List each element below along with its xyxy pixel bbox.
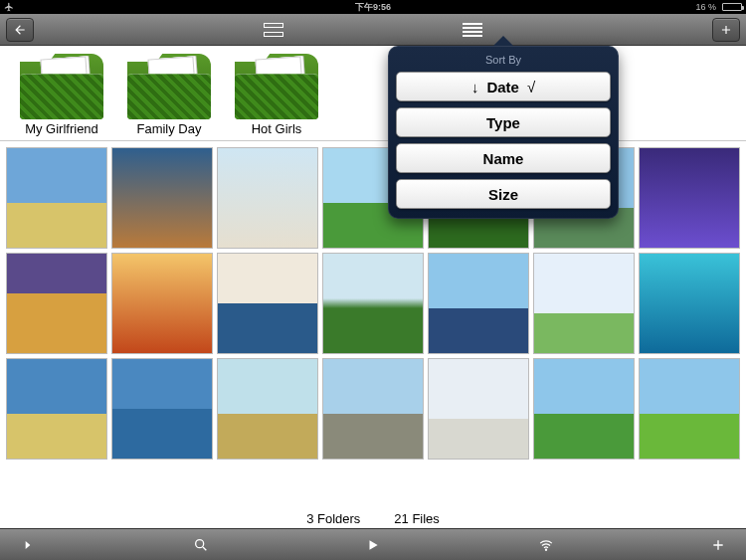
sort-option-name[interactable]: Name — [396, 143, 611, 173]
sort-option-label: Name — [483, 150, 524, 167]
folder-label: Hot Girls — [235, 121, 318, 136]
folder-icon — [127, 54, 211, 119]
checkmark-icon: √ — [527, 79, 535, 95]
thumbnail[interactable] — [6, 358, 107, 460]
sort-option-label: Size — [488, 186, 518, 203]
footer-counts: 3 Folders 21 Files — [0, 508, 746, 528]
sort-popover-title: Sort By — [396, 54, 611, 66]
thumbnail[interactable] — [639, 253, 740, 354]
plus-button[interactable] — [706, 537, 730, 553]
sort-option-date[interactable]: ↓Date√ — [396, 72, 611, 101]
thumbnail[interactable] — [428, 253, 529, 354]
view-grid-button[interactable] — [264, 23, 283, 37]
thumbnail[interactable] — [111, 358, 213, 460]
svg-point-0 — [195, 539, 203, 547]
thumbnail[interactable] — [217, 358, 318, 460]
thumbnail[interactable] — [639, 358, 740, 460]
thumbnail[interactable] — [639, 147, 740, 249]
airplane-mode-icon — [4, 2, 14, 12]
files-count: 21 Files — [394, 511, 440, 526]
thumbnail[interactable] — [6, 147, 107, 249]
battery-icon — [722, 3, 742, 11]
list-icon — [463, 23, 482, 37]
battery-percent: 16 % — [695, 2, 716, 12]
back-button[interactable] — [6, 18, 34, 42]
top-toolbar — [0, 14, 746, 46]
sort-option-size[interactable]: Size — [396, 179, 611, 209]
content-area: My GirlfriendFamily DayHot Girls — [0, 46, 746, 508]
folder-item[interactable]: Hot Girls — [235, 54, 318, 136]
thumbnail[interactable] — [217, 253, 318, 354]
thumbnail[interactable] — [322, 253, 424, 354]
folders-row: My GirlfriendFamily DayHot Girls — [0, 46, 746, 141]
search-button[interactable] — [189, 537, 213, 553]
status-time: 下午9:56 — [355, 1, 391, 14]
forward-button[interactable] — [16, 538, 40, 552]
sort-direction-icon: ↓ — [471, 79, 479, 95]
bottom-toolbar — [0, 528, 746, 560]
sort-popover: Sort By ↓Date√TypeNameSize — [388, 46, 619, 219]
thumbnail[interactable] — [217, 147, 318, 249]
status-bar: 下午9:56 16 % — [0, 0, 746, 14]
thumbnail[interactable] — [111, 147, 213, 249]
thumbnail[interactable] — [322, 358, 424, 460]
sort-option-type[interactable]: Type — [396, 107, 611, 137]
thumbnail[interactable] — [428, 358, 529, 460]
folders-count: 3 Folders — [306, 511, 360, 526]
view-list-button[interactable] — [463, 23, 482, 37]
folder-item[interactable]: Family Day — [127, 54, 211, 136]
folder-label: Family Day — [127, 121, 211, 136]
thumbnails-grid — [0, 141, 746, 460]
svg-point-1 — [545, 549, 546, 550]
folder-icon — [20, 54, 103, 119]
wifi-button[interactable] — [534, 538, 558, 552]
thumbnail[interactable] — [533, 253, 635, 354]
rows-icon — [264, 23, 283, 37]
sort-option-label: Type — [486, 114, 520, 131]
sort-option-label: Date — [486, 79, 519, 95]
play-button[interactable] — [361, 538, 385, 552]
folder-item[interactable]: My Girlfriend — [20, 54, 103, 136]
folder-label: My Girlfriend — [20, 121, 103, 136]
add-button[interactable] — [712, 18, 740, 42]
thumbnail[interactable] — [6, 253, 107, 354]
thumbnail[interactable] — [111, 253, 213, 354]
folder-icon — [235, 54, 318, 119]
thumbnail[interactable] — [533, 358, 635, 460]
